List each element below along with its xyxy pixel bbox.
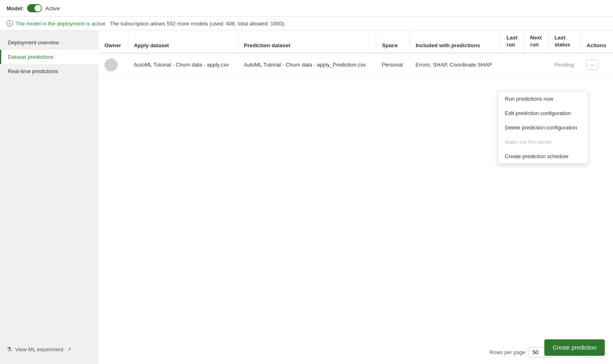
experiment-icon: ⚗ xyxy=(7,346,12,352)
col-space: Space xyxy=(376,30,410,53)
rows-per-page-group: Rows per page 50 25 100 xyxy=(490,347,551,357)
info-icon: i xyxy=(7,20,13,27)
col-last-status: Laststatus xyxy=(548,30,581,53)
content-area: Owner Apply dataset Prediction dataset S… xyxy=(99,30,613,364)
model-toggle[interactable] xyxy=(27,4,42,12)
sidebar-item-deployment-overview[interactable]: Deployment overview xyxy=(0,35,99,50)
cell-apply-dataset: AutoML Tutorial - Churn data - apply.csv xyxy=(128,53,238,77)
actions-dropdown-menu: Run predictions now Edit prediction conf… xyxy=(498,91,588,164)
cell-next-run xyxy=(524,53,548,77)
table-row: AutoML Tutorial - Churn data - apply.csv… xyxy=(99,53,613,77)
col-included-predictions: Included with predictions xyxy=(409,30,500,53)
cell-last-status: Pending xyxy=(548,53,581,77)
status-badge: Pending xyxy=(554,62,574,68)
col-apply-dataset: Apply dataset xyxy=(128,30,238,53)
dropdown-item-run-predictions[interactable]: Run predictions now xyxy=(498,92,588,106)
dropdown-item-edit-config[interactable]: Edit prediction configuration xyxy=(498,106,588,120)
sidebar-item-label: Real-time predictions xyxy=(8,68,58,74)
table-header-row: Owner Apply dataset Prediction dataset S… xyxy=(99,30,613,53)
sidebar: Deployment overview Dataset predictions … xyxy=(0,30,99,364)
sidebar-nav: Deployment overview Dataset predictions … xyxy=(0,35,99,78)
col-last-run: Lastrun xyxy=(501,30,525,53)
dropdown-item-create-schedule[interactable]: Create prediction schedule xyxy=(498,149,588,164)
info-subscription-text: The subscription allows 592 more models … xyxy=(110,21,286,27)
col-prediction-dataset: Prediction dataset xyxy=(238,30,376,53)
cell-actions: ··· xyxy=(581,53,613,77)
sidebar-footer-experiment[interactable]: ⚗ View ML experiment ↗ xyxy=(0,339,99,359)
view-experiment-label: View ML experiment xyxy=(15,346,63,352)
sidebar-item-dataset-predictions[interactable]: Dataset predictions xyxy=(0,50,99,64)
info-bar: i The model in the deployment is active.… xyxy=(0,17,613,30)
cell-owner xyxy=(99,53,128,77)
model-label: Model: xyxy=(7,5,24,12)
sidebar-item-realtime-predictions[interactable]: Real-time predictions xyxy=(0,64,99,78)
cell-prediction-dataset: AutoML Tutorial - Churn data - apply_Pre… xyxy=(238,53,376,77)
col-owner: Owner xyxy=(99,30,128,53)
info-active-text: The model in the deployment is active. xyxy=(16,21,107,27)
col-next-run: Nextrun xyxy=(524,30,548,53)
avatar xyxy=(104,58,118,71)
dropdown-item-make-owner: Make me the owner xyxy=(498,135,588,149)
cell-last-run xyxy=(501,53,525,77)
active-status: Active xyxy=(45,5,60,12)
info-message: The model in the deployment is active. T… xyxy=(16,21,286,27)
dropdown-item-delete-config[interactable]: Delete prediction configuration xyxy=(498,120,588,135)
col-actions: Actions xyxy=(581,30,613,53)
cell-included-predictions: Errors, SHAP, Coordinate SHAP xyxy=(409,53,500,77)
external-link-icon: ↗ xyxy=(67,347,71,352)
predictions-table: Owner Apply dataset Prediction dataset S… xyxy=(99,30,613,77)
sidebar-item-label: Deployment overview xyxy=(8,39,59,46)
actions-menu-button[interactable]: ··· xyxy=(586,60,598,70)
create-prediction-button[interactable]: Create prediction xyxy=(544,339,605,356)
main-container: Deployment overview Dataset predictions … xyxy=(0,30,613,364)
sidebar-item-label: Dataset predictions xyxy=(8,54,53,60)
top-bar: Model: Active xyxy=(0,0,613,17)
cell-space: Personal xyxy=(376,53,410,77)
rows-per-page-label: Rows per page xyxy=(490,349,525,355)
